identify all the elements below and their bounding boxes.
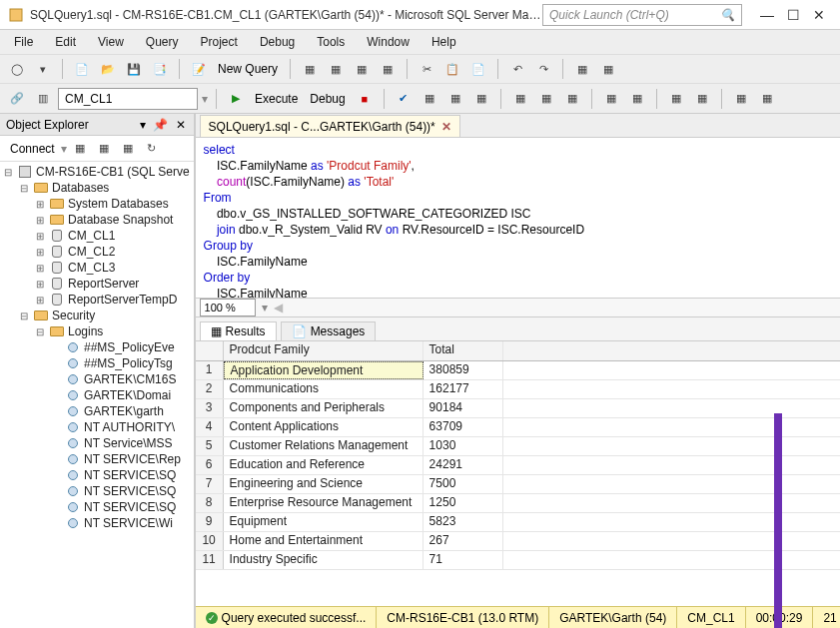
display-plan-icon[interactable]: ▦ bbox=[419, 88, 440, 110]
menu-query[interactable]: Query bbox=[136, 33, 189, 51]
close-panel-icon[interactable]: ✕ bbox=[174, 118, 188, 132]
minimize-button[interactable]: — bbox=[754, 5, 780, 25]
close-button[interactable]: ✕ bbox=[806, 5, 832, 25]
pin-icon[interactable]: 📌 bbox=[151, 118, 170, 132]
undo-button[interactable]: ↶ bbox=[506, 58, 528, 80]
tree-item[interactable]: ##MS_PolicyEve bbox=[0, 339, 194, 355]
dropdown-icon[interactable]: ▾ bbox=[138, 118, 148, 132]
results-tab[interactable]: ▦ Results bbox=[200, 321, 277, 340]
tb-icon-4[interactable]: ▦ bbox=[377, 58, 399, 80]
parse-button[interactable]: ✔ bbox=[393, 88, 415, 110]
cut-button[interactable]: ✂ bbox=[416, 58, 437, 80]
tree-item[interactable]: ⊟CM-RS16E-CB1 (SQL Serve bbox=[0, 164, 194, 180]
menu-tools[interactable]: Tools bbox=[307, 33, 355, 51]
results-grid[interactable]: Prodcut FamilyTotal1Application Developm… bbox=[196, 341, 840, 606]
forward-button[interactable]: ▾ bbox=[32, 58, 54, 80]
tree-item[interactable]: NT SERVICE\Rep bbox=[0, 451, 194, 467]
quick-launch-input[interactable]: Quick Launch (Ctrl+Q) 🔍 bbox=[542, 4, 742, 26]
uncomment-icon[interactable]: ▦ bbox=[626, 88, 648, 110]
tree-item[interactable]: NT SERVICE\Wi bbox=[0, 515, 194, 531]
tb-icon-5[interactable]: ▦ bbox=[571, 58, 593, 80]
back-button[interactable]: ◯ bbox=[6, 58, 28, 80]
table-row[interactable]: 4Content Applications63709 bbox=[196, 418, 840, 437]
menu-view[interactable]: View bbox=[88, 33, 134, 51]
outdent-icon[interactable]: ▦ bbox=[691, 88, 713, 110]
tb-icon-2[interactable]: ▦ bbox=[325, 58, 347, 80]
table-row[interactable]: 9Equipment5823 bbox=[196, 513, 840, 532]
stop-icon[interactable]: ▦ bbox=[93, 138, 115, 160]
tree-item[interactable]: ⊞ReportServerTempD bbox=[0, 292, 194, 308]
tb2-extra-icon[interactable]: ▦ bbox=[756, 88, 778, 110]
table-row[interactable]: 10Home and Entertainment267 bbox=[196, 532, 840, 551]
new-query-icon[interactable]: 📝 bbox=[188, 58, 210, 80]
menu-file[interactable]: File bbox=[4, 33, 43, 51]
messages-tab[interactable]: 📄 Messages bbox=[281, 321, 377, 340]
disconnect-icon[interactable]: ▦ bbox=[69, 138, 91, 160]
menu-project[interactable]: Project bbox=[191, 33, 248, 51]
results-grid-icon[interactable]: ▦ bbox=[535, 88, 557, 110]
table-row[interactable]: 6Education and Reference24291 bbox=[196, 456, 840, 475]
specify-values-icon[interactable]: ▦ bbox=[730, 88, 752, 110]
table-row[interactable]: 7Engineering and Science7500 bbox=[196, 475, 840, 494]
table-row[interactable]: 8Enterprise Resource Management1250 bbox=[196, 494, 840, 513]
tb-icon-1[interactable]: ▦ bbox=[299, 58, 321, 80]
new-button[interactable]: 📄 bbox=[71, 58, 93, 80]
menu-edit[interactable]: Edit bbox=[45, 33, 86, 51]
save-button[interactable]: 💾 bbox=[123, 58, 145, 80]
table-row[interactable]: 3Components and Peripherals90184 bbox=[196, 399, 840, 418]
tree-item[interactable]: GARTEK\garth bbox=[0, 403, 194, 419]
object-explorer-tree[interactable]: ⊟CM-RS16E-CB1 (SQL Serve⊟Databases⊞Syste… bbox=[0, 162, 194, 628]
table-row[interactable]: 11Industry Specific71 bbox=[196, 551, 840, 570]
redo-button[interactable]: ↷ bbox=[532, 58, 554, 80]
change-connection-icon[interactable]: 🔗 bbox=[6, 88, 28, 110]
new-query-button[interactable]: New Query bbox=[214, 62, 282, 76]
tree-item[interactable]: ⊟Databases bbox=[0, 180, 194, 196]
available-db-icon[interactable]: ▥ bbox=[32, 88, 54, 110]
menu-window[interactable]: Window bbox=[357, 33, 420, 51]
tree-item[interactable]: ⊟Security bbox=[0, 308, 194, 323]
tree-item[interactable]: ⊞CM_CL1 bbox=[0, 228, 194, 244]
comment-icon[interactable]: ▦ bbox=[600, 88, 622, 110]
copy-button[interactable]: 📋 bbox=[441, 58, 463, 80]
tree-item[interactable]: ##MS_PolicyTsg bbox=[0, 355, 194, 371]
results-text-icon[interactable]: ▦ bbox=[509, 88, 531, 110]
tree-item[interactable]: ⊞CM_CL3 bbox=[0, 260, 194, 276]
zoom-input[interactable] bbox=[200, 299, 256, 316]
tree-item[interactable]: GARTEK\Domai bbox=[0, 387, 194, 403]
tree-item[interactable]: ⊟Logins bbox=[0, 323, 194, 339]
database-dropdown[interactable]: CM_CL1 bbox=[58, 88, 198, 110]
table-row[interactable]: 1Application Development380859 bbox=[196, 361, 840, 380]
connect-button[interactable]: Connect bbox=[6, 142, 59, 156]
tree-item[interactable]: NT AUTHORITY\ bbox=[0, 419, 194, 435]
tb-icon-3[interactable]: ▦ bbox=[351, 58, 373, 80]
tb-icon-6[interactable]: ▦ bbox=[597, 58, 619, 80]
table-row[interactable]: 2Communications162177 bbox=[196, 380, 840, 399]
table-row[interactable]: 5Customer Relations Management1030 bbox=[196, 437, 840, 456]
execute-icon[interactable]: ▶ bbox=[225, 88, 247, 110]
stop-button[interactable]: ■ bbox=[354, 88, 376, 110]
tree-item[interactable]: ⊞Database Snapshot bbox=[0, 212, 194, 228]
tree-item[interactable]: NT Service\MSS bbox=[0, 435, 194, 451]
tree-item[interactable]: NT SERVICE\SQ bbox=[0, 467, 194, 483]
tree-item[interactable]: NT SERVICE\SQ bbox=[0, 483, 194, 499]
results-file-icon[interactable]: ▦ bbox=[561, 88, 583, 110]
filter-icon[interactable]: ▦ bbox=[117, 138, 139, 160]
tree-item[interactable]: GARTEK\CM16S bbox=[0, 371, 194, 387]
execute-button[interactable]: Execute bbox=[251, 92, 302, 106]
tab-close-icon[interactable]: ✕ bbox=[441, 120, 451, 134]
menu-help[interactable]: Help bbox=[421, 33, 466, 51]
include-plan-icon[interactable]: ▦ bbox=[444, 88, 466, 110]
refresh-icon[interactable]: ↻ bbox=[141, 138, 163, 160]
save-all-button[interactable]: 📑 bbox=[149, 58, 171, 80]
document-tab[interactable]: SQLQuery1.sql - C...GARTEK\Garth (54))* … bbox=[200, 115, 460, 137]
menu-debug[interactable]: Debug bbox=[250, 33, 305, 51]
include-stats-icon[interactable]: ▦ bbox=[470, 88, 492, 110]
sql-editor[interactable]: select ISC.FamilyName as 'Prodcut Family… bbox=[196, 138, 840, 298]
open-button[interactable]: 📂 bbox=[97, 58, 119, 80]
tree-item[interactable]: ⊞ReportServer bbox=[0, 276, 194, 292]
tree-item[interactable]: NT SERVICE\SQ bbox=[0, 499, 194, 515]
indent-icon[interactable]: ▦ bbox=[665, 88, 687, 110]
tree-item[interactable]: ⊞CM_CL2 bbox=[0, 244, 194, 260]
tree-item[interactable]: ⊞System Databases bbox=[0, 196, 194, 212]
maximize-button[interactable]: ☐ bbox=[780, 5, 806, 25]
